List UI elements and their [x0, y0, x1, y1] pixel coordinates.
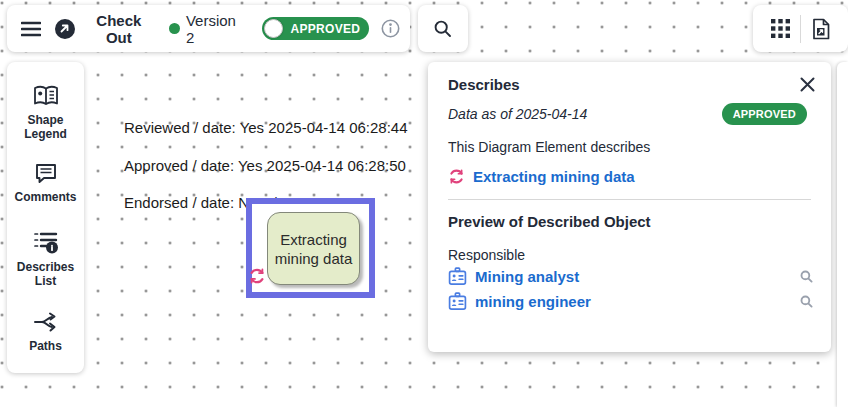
check-out-label: Check Out	[82, 12, 156, 46]
responsible-row: Mining analyst	[448, 264, 815, 288]
locate-magnifier-icon[interactable]	[800, 295, 813, 308]
sidebar-item-comments[interactable]: Comments	[10, 161, 82, 204]
info-icon[interactable]	[381, 19, 400, 38]
menu-icon[interactable]	[20, 18, 42, 40]
panel-title: Describes	[448, 76, 520, 93]
open-document-icon[interactable]	[811, 18, 831, 40]
role-badge-icon	[448, 292, 467, 311]
describes-intro-text: This Diagram Element describes	[448, 139, 815, 155]
left-tool-sidebar: Shape Legend Comments Describ	[7, 62, 84, 373]
sidebar-item-label: Paths	[29, 339, 62, 353]
described-object-link[interactable]: Extracting mining data	[473, 168, 635, 185]
locate-magnifier-icon[interactable]	[800, 270, 813, 283]
toolbar-divider	[800, 15, 801, 43]
describes-list-icon	[33, 230, 59, 255]
search-icon[interactable]	[433, 19, 453, 39]
shape-legend-icon	[33, 84, 59, 108]
preview-heading: Preview of Described Object	[448, 213, 815, 230]
app-grid-icon[interactable]	[771, 19, 790, 38]
sidebar-item-shape-legend[interactable]: Shape Legend	[10, 84, 82, 141]
responsible-label: Responsible	[448, 247, 815, 263]
version-label: Version 2	[186, 12, 248, 46]
comments-icon	[34, 161, 58, 185]
describes-cycle-icon	[448, 168, 465, 185]
toggle-knob[interactable]	[264, 19, 283, 38]
responsible-row: mining engineer	[448, 289, 815, 313]
version-status-dot	[169, 23, 180, 34]
paths-icon	[33, 310, 59, 334]
describes-panel: Describes Data as of 2025-04-14 APPROVED…	[428, 62, 831, 352]
toggle-state-label: APPROVED	[288, 17, 363, 40]
sidebar-item-paths[interactable]: Paths	[10, 310, 82, 353]
panel-divider	[448, 199, 811, 200]
diagram-text-approved[interactable]: Approved / date: Yes 2025-04-14 06:28:50	[124, 157, 406, 174]
data-as-of-label: Data as of 2025-04-14	[448, 106, 587, 122]
describes-marker-icon	[248, 267, 266, 285]
top-toolbar: Check Out Version 2 APPROVED	[7, 5, 410, 52]
close-icon[interactable]	[800, 77, 815, 92]
diagram-shape-extracting-mining-data[interactable]: Extracting mining data	[267, 212, 360, 285]
sidebar-item-label: Comments	[14, 190, 76, 204]
check-out-arrow-icon	[55, 19, 75, 39]
sidebar-item-label: Describes List	[10, 260, 82, 288]
version-indicator: Version 2	[169, 12, 248, 46]
sidebar-item-describes-list[interactable]: Describes List	[10, 230, 82, 288]
role-badge-icon	[448, 267, 467, 286]
approved-toggle[interactable]: APPROVED	[262, 17, 369, 40]
sidebar-item-label: Shape Legend	[10, 113, 82, 141]
search-card	[418, 5, 468, 52]
top-right-toolbar	[753, 5, 848, 52]
approved-status-badge: APPROVED	[722, 103, 807, 125]
responsible-link-mining-analyst[interactable]: Mining analyst	[475, 268, 579, 285]
responsible-link-mining-engineer[interactable]: mining engineer	[475, 293, 591, 310]
diagram-text-reviewed[interactable]: Reviewed / date: Yes 2025-04-14 06:28:44	[124, 119, 408, 136]
adjacent-panel-edge	[837, 62, 848, 407]
check-out-button[interactable]: Check Out	[55, 12, 156, 46]
